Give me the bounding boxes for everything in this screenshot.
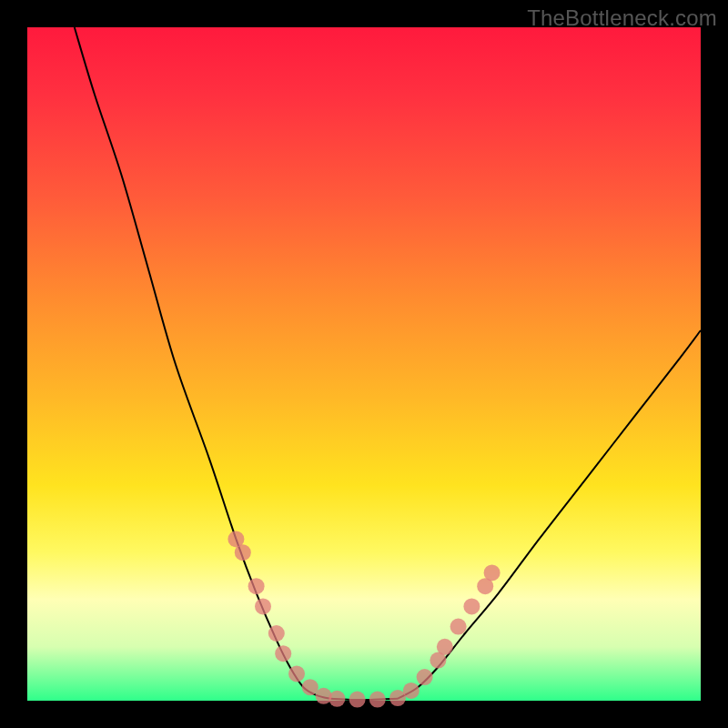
chart-plot-area bbox=[27, 27, 701, 701]
data-marker bbox=[302, 679, 318, 695]
data-marker bbox=[450, 619, 467, 635]
data-marker bbox=[316, 688, 332, 704]
data-marker bbox=[329, 691, 345, 707]
data-marker bbox=[403, 682, 420, 699]
chart-frame: TheBottleneck.com bbox=[0, 0, 728, 728]
data-marker bbox=[369, 692, 386, 708]
data-marker bbox=[255, 598, 271, 614]
data-marker bbox=[235, 544, 251, 561]
watermark-text: TheBottleneck.com bbox=[527, 5, 717, 31]
data-marker bbox=[275, 645, 291, 662]
data-marker bbox=[437, 639, 453, 655]
data-marker bbox=[349, 692, 366, 708]
data-marker bbox=[463, 598, 480, 614]
data-marker bbox=[288, 665, 305, 682]
data-marker bbox=[268, 625, 285, 642]
data-marker bbox=[248, 578, 265, 594]
data-markers bbox=[228, 531, 500, 707]
curve-left-branch bbox=[75, 27, 330, 699]
data-marker bbox=[417, 669, 433, 685]
data-marker bbox=[484, 564, 500, 581]
chart-svg bbox=[27, 27, 701, 701]
